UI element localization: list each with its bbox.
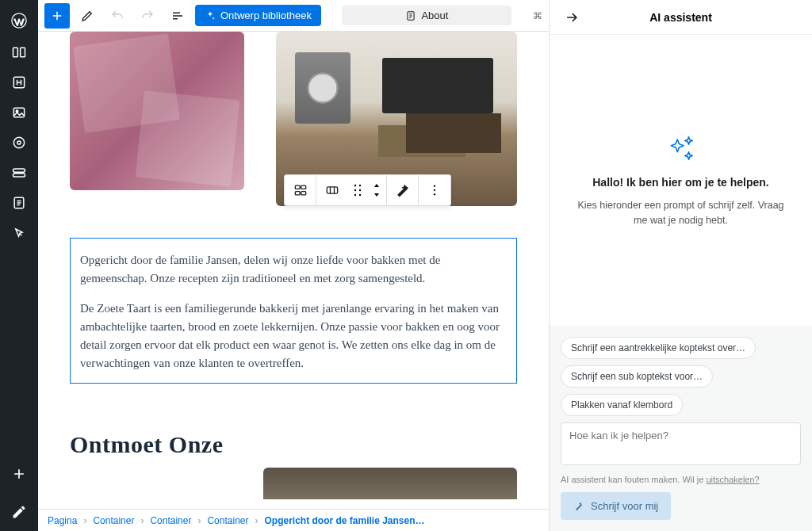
- ai-chip[interactable]: Schrijf een sub koptekst voor…: [561, 365, 713, 388]
- svg-rect-2: [21, 48, 25, 57]
- top-toolbar: Ontwerp bibliotheek About ⌘: [38, 0, 549, 32]
- columns-icon[interactable]: [5, 38, 33, 67]
- add-block-toolbar-button[interactable]: [44, 3, 70, 29]
- svg-rect-15: [301, 192, 305, 195]
- drag-handle-icon[interactable]: [348, 175, 367, 205]
- ai-disable-link[interactable]: uitschakelen?: [706, 475, 759, 484]
- svg-rect-8: [13, 169, 25, 172]
- svg-rect-12: [295, 185, 300, 189]
- redo-icon[interactable]: [135, 3, 160, 29]
- heading-icon[interactable]: [5, 68, 33, 97]
- paragraph-1[interactable]: Opgericht door de familie Jansen, delen …: [80, 251, 507, 288]
- breadcrumb-item-current[interactable]: Opgericht door de familie Jansen…: [264, 515, 424, 526]
- back-arrow-icon[interactable]: [561, 6, 583, 29]
- breadcrumb-item[interactable]: Pagina: [48, 515, 77, 526]
- left-icon-rail: [0, 0, 38, 531]
- edit-pencil-button[interactable]: [0, 493, 38, 531]
- svg-point-6: [13, 137, 24, 147]
- svg-point-19: [354, 189, 356, 191]
- page-selector-label: About: [421, 10, 448, 21]
- page-icon: [405, 10, 416, 21]
- ai-chip[interactable]: Plakken vanaf klembord: [561, 394, 683, 416]
- svg-rect-13: [301, 185, 305, 189]
- pencil-icon[interactable]: [75, 3, 100, 29]
- sparkles-icon: [666, 133, 696, 163]
- undo-icon[interactable]: [105, 3, 130, 29]
- design-library-label: Ontwerp bibliotheek: [220, 10, 312, 21]
- section-heading[interactable]: Ontmoet Onze: [70, 431, 517, 458]
- ai-write-button[interactable]: Schrijf voor mij: [561, 492, 671, 520]
- page-selector-pill[interactable]: About: [342, 6, 511, 25]
- ai-subtext: Kies hieronder een prompt of schrijf zel…: [572, 198, 790, 228]
- image-block-left[interactable]: [70, 32, 244, 190]
- align-icon[interactable]: [316, 175, 348, 205]
- breadcrumb-item[interactable]: Container: [207, 515, 248, 526]
- ai-assistant-panel: AI assistent Hallo! Ik ben hier om je te…: [549, 0, 812, 531]
- design-library-button[interactable]: Ontwerp bibliotheek: [195, 5, 321, 26]
- block-type-icon[interactable]: [285, 175, 316, 205]
- paragraph-2[interactable]: De Zoete Taart is een familiegerunde bak…: [80, 300, 507, 373]
- more-options-icon[interactable]: [419, 175, 450, 205]
- move-arrows-icon[interactable]: [367, 175, 386, 205]
- ai-chip[interactable]: Schrijf een aantrekkelijke koptekst over…: [561, 337, 756, 359]
- svg-point-18: [359, 185, 361, 186]
- breadcrumb-item[interactable]: Container: [93, 515, 134, 526]
- ai-intro-body: Hallo! Ik ben hier om je te helpen. Kies…: [550, 35, 812, 326]
- svg-point-21: [354, 194, 356, 196]
- breadcrumb: Pagina › Container › Container › Contain…: [38, 509, 549, 531]
- image-block-below[interactable]: [263, 468, 517, 499]
- cursor-icon[interactable]: [5, 219, 33, 247]
- svg-rect-1: [13, 48, 18, 57]
- magic-wand-icon[interactable]: [387, 175, 419, 205]
- svg-point-7: [17, 141, 21, 144]
- ai-suggestion-chips: Schrijf een aantrekkelijke koptekst over…: [550, 326, 812, 422]
- sparkle-icon: [205, 10, 216, 21]
- wand-icon: [573, 501, 584, 512]
- ai-prompt-input[interactable]: [561, 422, 801, 465]
- block-floating-toolbar: [284, 174, 451, 206]
- svg-rect-16: [327, 187, 337, 193]
- editor-canvas[interactable]: Opgericht door de familie Jansen, delen …: [38, 32, 549, 509]
- svg-point-23: [434, 185, 435, 187]
- selected-text-block[interactable]: Opgericht door de familie Jansen, delen …: [70, 238, 517, 384]
- keyboard-shortcut-hint: ⌘: [533, 10, 542, 21]
- ai-panel-header: AI assistent: [550, 0, 812, 35]
- svg-point-25: [434, 193, 435, 195]
- breadcrumb-item[interactable]: Container: [150, 515, 191, 526]
- document-icon[interactable]: [5, 189, 33, 217]
- list-view-icon[interactable]: [165, 3, 190, 29]
- svg-point-24: [434, 189, 435, 191]
- ai-write-button-label: Schrijf voor mij: [591, 500, 658, 512]
- image-icon[interactable]: [5, 98, 33, 127]
- ai-panel-title: AI assistent: [583, 11, 779, 24]
- svg-point-22: [359, 194, 361, 196]
- svg-point-20: [359, 189, 361, 191]
- svg-rect-14: [295, 192, 300, 195]
- ai-headline: Hallo! Ik ben hier om je te helpen.: [592, 176, 769, 189]
- ai-disclaimer: AI assistent kan fouten maken. Wil je ui…: [561, 475, 801, 484]
- svg-point-17: [354, 185, 356, 186]
- toggle-icon[interactable]: [5, 159, 33, 187]
- svg-rect-4: [13, 108, 24, 117]
- ai-input-area: AI assistent kan fouten maken. Wil je ui…: [550, 422, 812, 531]
- svg-rect-9: [13, 174, 25, 177]
- wordpress-logo-icon[interactable]: [5, 6, 33, 35]
- settings-icon[interactable]: [5, 128, 33, 157]
- add-block-button[interactable]: [0, 455, 38, 493]
